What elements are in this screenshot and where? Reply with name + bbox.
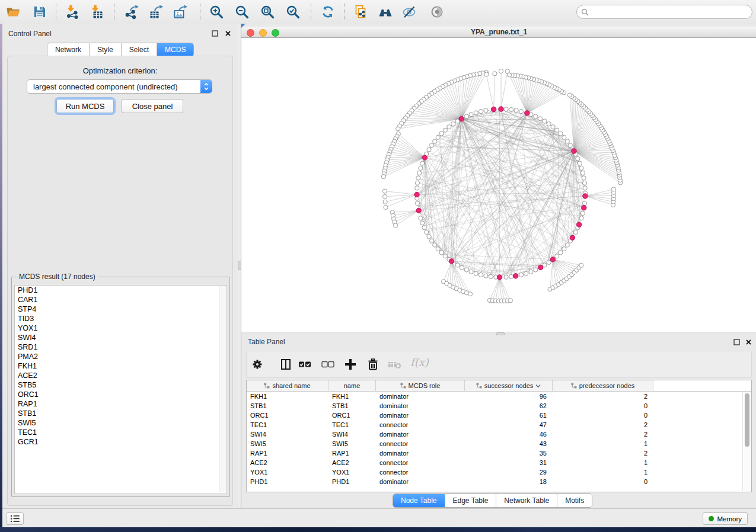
column-header-name[interactable]: name (328, 380, 376, 391)
graph-node[interactable] (382, 189, 387, 193)
graph-node[interactable] (555, 128, 559, 132)
import-table-icon[interactable] (89, 4, 104, 20)
table-row[interactable]: RAP1RAP1dominator352 (247, 448, 751, 458)
mcds-result-item[interactable]: STP4 (15, 305, 227, 314)
table-tab-motifs[interactable]: Motifs (557, 494, 592, 507)
graph-node-selected[interactable] (570, 235, 575, 240)
graph-node[interactable] (383, 200, 387, 204)
graph-node[interactable] (576, 156, 580, 161)
table-row[interactable]: ORC1ORC1dominator610 (247, 411, 751, 420)
graph-node-selected[interactable] (572, 149, 576, 153)
graph-node[interactable] (583, 186, 587, 190)
graph-node[interactable] (611, 187, 615, 191)
graph-node[interactable] (493, 72, 497, 76)
deselect-all-icon[interactable] (320, 357, 336, 372)
graph-node[interactable] (508, 299, 512, 303)
float-panel-icon[interactable] (733, 338, 742, 347)
graph-node[interactable] (394, 223, 398, 227)
graph-node[interactable] (579, 263, 583, 267)
graph-node-selected[interactable] (538, 265, 543, 270)
graph-node[interactable] (559, 132, 563, 136)
graph-node-selected[interactable] (449, 259, 454, 264)
graph-node[interactable] (417, 171, 422, 175)
graph-node[interactable] (420, 161, 425, 165)
mcds-result-item[interactable]: STB5 (15, 380, 227, 390)
mcds-result-item[interactable]: PMA2 (15, 352, 227, 361)
run-mcds-button[interactable]: Run MCDS (56, 99, 114, 113)
graph-node[interactable] (415, 201, 419, 206)
table-row[interactable]: YOX1YOX1connector291 (247, 467, 751, 477)
graph-node[interactable] (579, 166, 583, 170)
graph-node[interactable] (578, 161, 582, 165)
graph-node[interactable] (504, 275, 508, 279)
table-tab-node-table[interactable]: Node Table (393, 494, 445, 507)
graph-node[interactable] (474, 111, 478, 115)
graph-node[interactable] (416, 176, 420, 180)
graph-node-selected[interactable] (582, 206, 586, 210)
column-header-successor-nodes[interactable]: successor nodes (465, 380, 553, 391)
graph-node[interactable] (433, 243, 437, 247)
graph-node[interactable] (579, 216, 583, 220)
graph-node[interactable] (468, 292, 472, 296)
table-tab-edge-table[interactable]: Edge Table (445, 494, 496, 507)
graph-node[interactable] (509, 274, 513, 278)
graph-node[interactable] (484, 274, 488, 278)
export-network-icon[interactable] (124, 4, 139, 20)
mcds-result-item[interactable]: SWI5 (15, 418, 227, 428)
delete-table-icon[interactable] (387, 357, 402, 372)
graph-node-selected[interactable] (459, 116, 464, 121)
graph-node[interactable] (415, 181, 419, 185)
tab-select[interactable]: Select (121, 43, 157, 56)
import-network-icon[interactable] (65, 4, 80, 20)
graph-node-selected[interactable] (414, 192, 419, 197)
mcds-result-item[interactable]: CAR1 (15, 295, 227, 305)
tab-mcds[interactable]: MCDS (157, 43, 193, 56)
graph-node[interactable] (464, 114, 468, 118)
table-row[interactable]: SWI5SWI5connector431 (247, 439, 751, 448)
graph-node[interactable] (489, 274, 493, 278)
network-window-titlebar[interactable]: YPA_prune.txt_1 (241, 27, 756, 38)
graph-node[interactable] (430, 239, 434, 243)
graph-node[interactable] (529, 270, 533, 274)
graph-node-selected[interactable] (577, 222, 582, 227)
graph-node[interactable] (509, 107, 513, 111)
graph-node[interactable] (460, 265, 464, 270)
table-row[interactable]: FKH1FKH1dominator962 (247, 392, 751, 401)
graph-node[interactable] (451, 122, 455, 126)
graph-node[interactable] (567, 93, 572, 97)
graph-node-selected[interactable] (416, 208, 421, 213)
graph-node[interactable] (514, 108, 518, 113)
graph-node[interactable] (469, 113, 473, 117)
mcds-result-item[interactable]: GCR1 (15, 437, 227, 447)
graph-node[interactable] (504, 107, 508, 111)
graph-node[interactable] (582, 176, 586, 180)
graph-node[interactable] (415, 186, 419, 190)
zoom-in-icon[interactable] (209, 4, 224, 20)
graph-node[interactable] (565, 139, 569, 143)
graph-node[interactable] (547, 122, 551, 126)
graph-node[interactable] (420, 221, 425, 225)
column-header-shared-name[interactable]: shared name (247, 380, 328, 391)
graph-node[interactable] (565, 243, 569, 247)
show-details-icon[interactable] (429, 4, 445, 20)
graph-node[interactable] (436, 135, 440, 139)
mcds-result-item[interactable]: PHD1 (15, 286, 227, 295)
graph-node[interactable] (547, 260, 551, 264)
graph-node[interactable] (427, 148, 431, 152)
graph-node[interactable] (559, 251, 563, 255)
graph-node-selected[interactable] (525, 111, 529, 116)
close-panel-icon[interactable] (224, 29, 233, 38)
mcds-result-item[interactable]: SRD1 (15, 342, 227, 352)
graph-node[interactable] (469, 270, 473, 274)
graph-node-selected[interactable] (550, 257, 555, 262)
graph-node[interactable] (419, 166, 423, 170)
table-row[interactable]: TEC1TEC1connector472 (247, 420, 751, 430)
graph-node[interactable] (538, 117, 542, 121)
export-table-icon[interactable] (148, 4, 164, 20)
graph-node[interactable] (422, 226, 426, 230)
mcds-result-item[interactable]: ORC1 (15, 390, 227, 399)
graph-node[interactable] (443, 128, 447, 132)
graph-node[interactable] (479, 110, 483, 114)
mcds-result-item[interactable]: YOX1 (15, 323, 227, 333)
mcds-result-item[interactable]: STB1 (15, 409, 227, 418)
